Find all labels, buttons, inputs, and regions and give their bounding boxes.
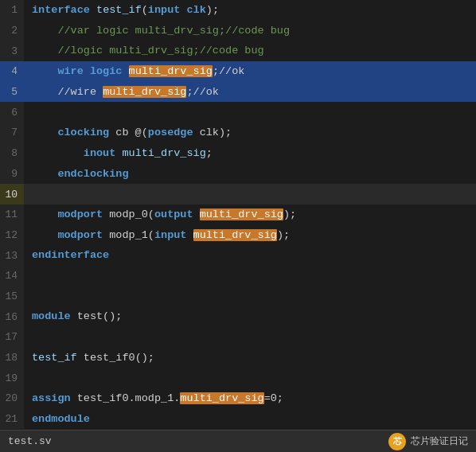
brand-name: 芯片验证日记 [411,434,468,448]
line-content: interface test_if(input clk); [24,0,476,21]
line-content: //logic multi_drv_sig;//code bug [24,41,476,61]
line-content [24,266,476,286]
brand-icon: 芯 [388,433,406,450]
line-number: 19 [0,368,24,388]
code-line: 18test_if test_if0(); [0,348,476,368]
line-content: assign test_if0.modp_1.multi_drv_sig=0; [24,388,476,409]
code-line: 5 //wire multi_drv_sig;//ok [0,82,476,103]
line-number: 15 [0,286,24,307]
line-number: 5 [0,82,24,103]
line-number: 6 [0,102,24,123]
code-line: 9 endclocking [0,164,476,185]
brand-section: 芯 芯片验证日记 [388,433,468,450]
line-number: 3 [0,41,24,61]
line-content: modport modp_0(output multi_drv_sig); [24,205,476,225]
line-content: test_if test_if0(); [24,348,476,368]
line-number: 13 [0,245,24,266]
line-content: module test(); [24,306,476,327]
line-content: wire logic multi_drv_sig;//ok [24,61,476,82]
code-line: 4 wire logic multi_drv_sig;//ok [0,61,476,82]
line-number: 9 [0,164,24,185]
line-content: clocking cb @(posedge clk); [24,123,476,143]
line-content: //wire multi_drv_sig;//ok [24,82,476,103]
code-line: 1interface test_if(input clk); [0,0,476,21]
line-content [24,184,476,205]
line-content: endmodule [24,409,476,430]
filename-label: test.sv [8,435,52,447]
status-bar: test.sv 芯 芯片验证日记 [0,430,476,452]
line-content: endclocking [24,164,476,185]
line-number: 17 [0,327,24,348]
line-content [24,327,476,348]
line-content [24,102,476,123]
line-number: 7 [0,123,24,143]
line-number: 10 [0,184,24,205]
code-line: 11 modport modp_0(output multi_drv_sig); [0,205,476,225]
code-line: 7 clocking cb @(posedge clk); [0,123,476,143]
line-number: 12 [0,225,24,246]
line-content: //var logic multi_drv_sig;//code bug [24,21,476,41]
code-line: 6 [0,102,476,123]
code-line: 15 [0,286,476,307]
line-number: 21 [0,409,24,430]
line-number: 16 [0,306,24,327]
line-number: 1 [0,0,24,21]
code-editor: 1interface test_if(input clk);2 //var lo… [0,0,476,430]
code-line: 20assign test_if0.modp_1.multi_drv_sig=0… [0,388,476,409]
line-number: 2 [0,21,24,41]
code-line: 14 [0,266,476,286]
line-number: 20 [0,388,24,409]
line-number: 18 [0,348,24,368]
code-line: 21endmodule [0,409,476,430]
code-line: 12 modport modp_1(input multi_drv_sig); [0,225,476,246]
code-line: 16module test(); [0,306,476,327]
code-line: 13endinterface [0,245,476,266]
line-content: inout multi_drv_sig; [24,143,476,164]
line-content [24,368,476,388]
line-content: modport modp_1(input multi_drv_sig); [24,225,476,246]
line-content [24,286,476,307]
code-line: 3 //logic multi_drv_sig;//code bug [0,41,476,61]
line-content: endinterface [24,245,476,266]
code-area: 1interface test_if(input clk);2 //var lo… [0,0,476,430]
line-number: 11 [0,205,24,225]
code-line: 19 [0,368,476,388]
code-line: 8 inout multi_drv_sig; [0,143,476,164]
code-line: 2 //var logic multi_drv_sig;//code bug [0,21,476,41]
code-line: 10 [0,184,476,205]
code-line: 17 [0,327,476,348]
line-number: 8 [0,143,24,164]
line-number: 4 [0,61,24,82]
line-number: 14 [0,266,24,286]
